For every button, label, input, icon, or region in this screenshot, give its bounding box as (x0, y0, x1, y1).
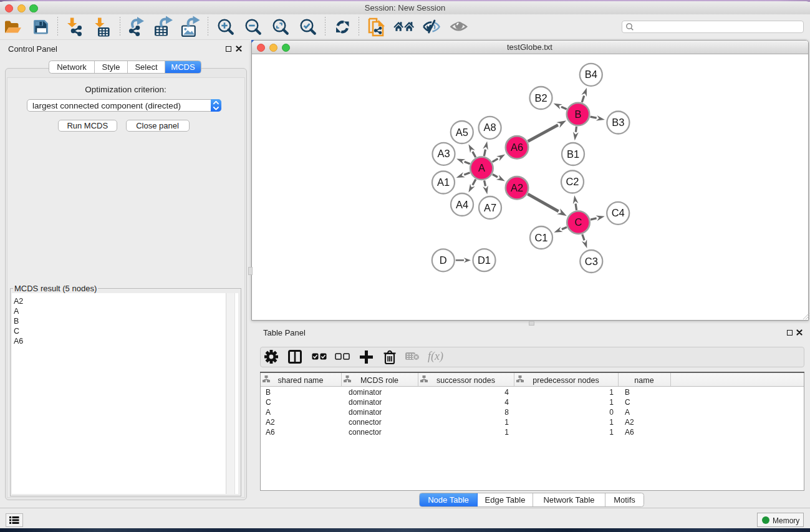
svg-text:D: D (440, 254, 447, 266)
svg-text:B2: B2 (534, 92, 547, 104)
svg-text:A8: A8 (484, 122, 496, 133)
svg-text:B4: B4 (585, 69, 597, 80)
svg-text:B3: B3 (612, 117, 624, 128)
svg-text:A3: A3 (437, 148, 450, 159)
svg-text:A6: A6 (511, 142, 523, 153)
svg-text:C3: C3 (585, 256, 598, 267)
svg-text:C: C (575, 216, 582, 228)
svg-text:A1: A1 (437, 177, 450, 188)
svg-text:A: A (478, 162, 485, 173)
svg-text:C4: C4 (612, 207, 625, 218)
svg-text:D1: D1 (478, 254, 491, 266)
svg-text:C2: C2 (566, 176, 579, 187)
svg-text:A2: A2 (511, 182, 523, 193)
svg-text:A4: A4 (456, 199, 468, 210)
svg-text:A5: A5 (456, 127, 468, 138)
svg-text:C1: C1 (534, 232, 547, 243)
svg-text:B: B (574, 109, 581, 120)
svg-text:A7: A7 (484, 202, 496, 213)
svg-text:B1: B1 (567, 148, 579, 160)
